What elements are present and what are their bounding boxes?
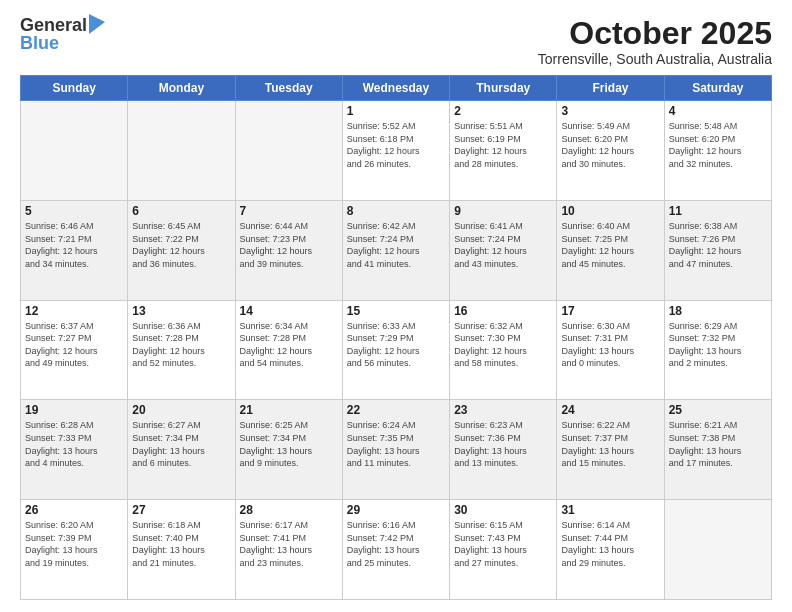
day-number: 27 [132,503,230,517]
day-number: 15 [347,304,445,318]
table-row: 23Sunrise: 6:23 AM Sunset: 7:36 PM Dayli… [450,400,557,500]
table-row: 2Sunrise: 5:51 AM Sunset: 6:19 PM Daylig… [450,101,557,201]
day-number: 8 [347,204,445,218]
day-info: Sunrise: 6:28 AM Sunset: 7:33 PM Dayligh… [25,419,123,469]
day-info: Sunrise: 6:23 AM Sunset: 7:36 PM Dayligh… [454,419,552,469]
logo: General Blue [20,16,105,52]
table-row: 4Sunrise: 5:48 AM Sunset: 6:20 PM Daylig… [664,101,771,201]
table-row: 9Sunrise: 6:41 AM Sunset: 7:24 PM Daylig… [450,200,557,300]
day-info: Sunrise: 6:29 AM Sunset: 7:32 PM Dayligh… [669,320,767,370]
table-row: 18Sunrise: 6:29 AM Sunset: 7:32 PM Dayli… [664,300,771,400]
table-row: 22Sunrise: 6:24 AM Sunset: 7:35 PM Dayli… [342,400,449,500]
title-block: October 2025 Torrensville, South Austral… [538,16,772,67]
day-info: Sunrise: 6:32 AM Sunset: 7:30 PM Dayligh… [454,320,552,370]
day-info: Sunrise: 6:42 AM Sunset: 7:24 PM Dayligh… [347,220,445,270]
day-info: Sunrise: 6:14 AM Sunset: 7:44 PM Dayligh… [561,519,659,569]
table-row [128,101,235,201]
day-number: 29 [347,503,445,517]
table-row: 3Sunrise: 5:49 AM Sunset: 6:20 PM Daylig… [557,101,664,201]
calendar-table: Sunday Monday Tuesday Wednesday Thursday… [20,75,772,600]
calendar-week-row: 19Sunrise: 6:28 AM Sunset: 7:33 PM Dayli… [21,400,772,500]
table-row: 24Sunrise: 6:22 AM Sunset: 7:37 PM Dayli… [557,400,664,500]
day-info: Sunrise: 6:40 AM Sunset: 7:25 PM Dayligh… [561,220,659,270]
day-number: 31 [561,503,659,517]
day-info: Sunrise: 6:24 AM Sunset: 7:35 PM Dayligh… [347,419,445,469]
table-row: 17Sunrise: 6:30 AM Sunset: 7:31 PM Dayli… [557,300,664,400]
table-row: 27Sunrise: 6:18 AM Sunset: 7:40 PM Dayli… [128,500,235,600]
day-number: 14 [240,304,338,318]
col-tuesday: Tuesday [235,76,342,101]
day-number: 2 [454,104,552,118]
location: Torrensville, South Australia, Australia [538,51,772,67]
day-info: Sunrise: 6:15 AM Sunset: 7:43 PM Dayligh… [454,519,552,569]
day-info: Sunrise: 6:44 AM Sunset: 7:23 PM Dayligh… [240,220,338,270]
calendar-week-row: 5Sunrise: 6:46 AM Sunset: 7:21 PM Daylig… [21,200,772,300]
table-row [664,500,771,600]
day-number: 25 [669,403,767,417]
table-row [235,101,342,201]
day-info: Sunrise: 6:41 AM Sunset: 7:24 PM Dayligh… [454,220,552,270]
col-sunday: Sunday [21,76,128,101]
page: General Blue October 2025 Torrensville, … [0,0,792,612]
calendar-week-row: 12Sunrise: 6:37 AM Sunset: 7:27 PM Dayli… [21,300,772,400]
table-row: 25Sunrise: 6:21 AM Sunset: 7:38 PM Dayli… [664,400,771,500]
day-number: 16 [454,304,552,318]
table-row: 12Sunrise: 6:37 AM Sunset: 7:27 PM Dayli… [21,300,128,400]
day-number: 22 [347,403,445,417]
col-monday: Monday [128,76,235,101]
day-info: Sunrise: 6:30 AM Sunset: 7:31 PM Dayligh… [561,320,659,370]
table-row [21,101,128,201]
table-row: 31Sunrise: 6:14 AM Sunset: 7:44 PM Dayli… [557,500,664,600]
table-row: 21Sunrise: 6:25 AM Sunset: 7:34 PM Dayli… [235,400,342,500]
day-info: Sunrise: 6:22 AM Sunset: 7:37 PM Dayligh… [561,419,659,469]
day-number: 3 [561,104,659,118]
day-info: Sunrise: 6:46 AM Sunset: 7:21 PM Dayligh… [25,220,123,270]
table-row: 26Sunrise: 6:20 AM Sunset: 7:39 PM Dayli… [21,500,128,600]
col-friday: Friday [557,76,664,101]
day-number: 17 [561,304,659,318]
col-wednesday: Wednesday [342,76,449,101]
day-info: Sunrise: 5:48 AM Sunset: 6:20 PM Dayligh… [669,120,767,170]
calendar-header-row: Sunday Monday Tuesday Wednesday Thursday… [21,76,772,101]
day-info: Sunrise: 6:18 AM Sunset: 7:40 PM Dayligh… [132,519,230,569]
day-info: Sunrise: 6:45 AM Sunset: 7:22 PM Dayligh… [132,220,230,270]
day-number: 6 [132,204,230,218]
day-number: 26 [25,503,123,517]
day-info: Sunrise: 5:51 AM Sunset: 6:19 PM Dayligh… [454,120,552,170]
month-title: October 2025 [538,16,772,51]
svg-marker-0 [89,14,105,34]
day-number: 5 [25,204,123,218]
day-info: Sunrise: 6:38 AM Sunset: 7:26 PM Dayligh… [669,220,767,270]
table-row: 30Sunrise: 6:15 AM Sunset: 7:43 PM Dayli… [450,500,557,600]
day-info: Sunrise: 6:16 AM Sunset: 7:42 PM Dayligh… [347,519,445,569]
day-info: Sunrise: 6:34 AM Sunset: 7:28 PM Dayligh… [240,320,338,370]
table-row: 10Sunrise: 6:40 AM Sunset: 7:25 PM Dayli… [557,200,664,300]
day-number: 30 [454,503,552,517]
table-row: 16Sunrise: 6:32 AM Sunset: 7:30 PM Dayli… [450,300,557,400]
table-row: 19Sunrise: 6:28 AM Sunset: 7:33 PM Dayli… [21,400,128,500]
day-info: Sunrise: 6:36 AM Sunset: 7:28 PM Dayligh… [132,320,230,370]
day-number: 23 [454,403,552,417]
day-number: 28 [240,503,338,517]
day-number: 18 [669,304,767,318]
logo-text: General Blue [20,16,105,52]
day-number: 1 [347,104,445,118]
day-number: 9 [454,204,552,218]
table-row: 14Sunrise: 6:34 AM Sunset: 7:28 PM Dayli… [235,300,342,400]
day-number: 7 [240,204,338,218]
table-row: 8Sunrise: 6:42 AM Sunset: 7:24 PM Daylig… [342,200,449,300]
day-number: 21 [240,403,338,417]
day-info: Sunrise: 6:37 AM Sunset: 7:27 PM Dayligh… [25,320,123,370]
day-number: 13 [132,304,230,318]
logo-general: General [20,16,87,34]
day-info: Sunrise: 5:49 AM Sunset: 6:20 PM Dayligh… [561,120,659,170]
day-info: Sunrise: 6:20 AM Sunset: 7:39 PM Dayligh… [25,519,123,569]
header: General Blue October 2025 Torrensville, … [20,16,772,67]
day-info: Sunrise: 6:27 AM Sunset: 7:34 PM Dayligh… [132,419,230,469]
table-row: 1Sunrise: 5:52 AM Sunset: 6:18 PM Daylig… [342,101,449,201]
day-number: 11 [669,204,767,218]
table-row: 20Sunrise: 6:27 AM Sunset: 7:34 PM Dayli… [128,400,235,500]
table-row: 11Sunrise: 6:38 AM Sunset: 7:26 PM Dayli… [664,200,771,300]
day-number: 20 [132,403,230,417]
day-number: 4 [669,104,767,118]
